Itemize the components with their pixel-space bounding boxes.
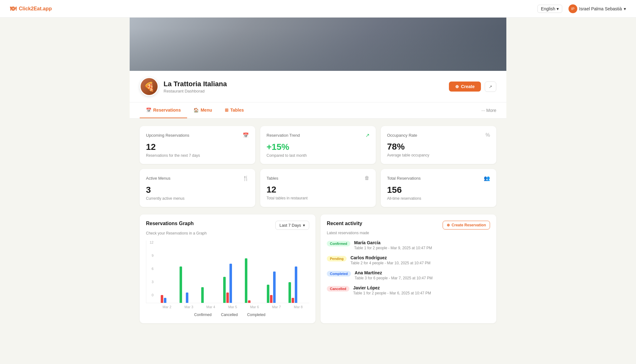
y-axis: 12 9 6 3 0 — [146, 240, 155, 297]
x-label-mar5: Mar 5 — [222, 305, 244, 309]
activity-info: Javier López Table 1 for 2 people - Mar … — [353, 285, 490, 295]
activity-header: Recent activity ⊕ Create Reservation — [327, 221, 490, 229]
chevron-down-icon: ▾ — [557, 6, 559, 11]
create-reservation-button[interactable]: ⊕ Create Reservation — [443, 221, 490, 229]
bar-group-mar3 — [178, 266, 200, 303]
navbar-right: English ▾ IP Israel Palma Sebastià ▾ — [537, 4, 626, 13]
stat-card-upcoming: Upcoming Reservations 📅 12 Reservations … — [140, 126, 255, 164]
more-label: More — [486, 108, 496, 113]
stat-desc-tables: Total tables in restaurant — [267, 196, 369, 200]
x-label-mar6: Mar 6 — [244, 305, 266, 309]
bar-chart: 12 9 6 3 0 — [146, 240, 309, 317]
create-button[interactable]: ⊕ Create — [449, 82, 481, 92]
activity-item: Cancelled Javier López Table 1 for 2 peo… — [327, 285, 490, 295]
bar-confirmed — [201, 287, 204, 303]
legend-label-confirmed: Confirmed — [194, 313, 212, 317]
status-badge: Completed — [327, 271, 351, 277]
brand-logo[interactable]: 🍽 Click2Eat.app — [10, 5, 52, 12]
tab-tables-label: Tables — [230, 108, 244, 113]
legend-completed: Completed — [243, 313, 265, 317]
user-menu[interactable]: IP Israel Palma Sebastià ▾ — [569, 4, 626, 13]
bar-group-mar6 — [244, 258, 266, 303]
legend-cancelled: Cancelled — [217, 313, 238, 317]
avatar: IP — [569, 4, 577, 13]
restaurant-logo: 🍕 — [140, 77, 159, 96]
activity-name: Ana Martínez — [355, 270, 490, 275]
stat-card-trend: Reservation Trend ↗ +15% Compared to las… — [260, 126, 376, 164]
stat-value-trend: +15% — [267, 142, 369, 152]
create-reservation-label: Create Reservation — [452, 223, 486, 227]
more-dots-icon: ··· — [481, 108, 485, 113]
stat-label-tables: Tables — [267, 176, 278, 181]
activity-detail: Table 1 for 2 people - Mar 6, 2025 at 10… — [353, 291, 490, 295]
stat-label-menus: Active Menus — [146, 176, 170, 181]
stat-card-tables: Tables 🗑 12 Total tables in restaurant — [260, 169, 376, 207]
period-selector[interactable]: Last 7 Days ▾ — [275, 221, 309, 230]
stat-desc-occupancy: Average table occupancy — [387, 153, 490, 157]
external-link-icon: ↗ — [489, 84, 492, 89]
bar-completed — [186, 293, 188, 303]
lang-label: English — [541, 6, 555, 11]
activity-subtitle: Latest reservations made — [327, 231, 490, 235]
bar-cancelled — [270, 295, 272, 303]
bar-confirmed — [180, 266, 182, 303]
tab-menu[interactable]: 🏠 Menu — [187, 103, 218, 118]
x-label-mar2: Mar 2 — [156, 305, 178, 309]
tab-tables[interactable]: ⊞ Tables — [218, 103, 250, 118]
restaurant-subtitle: Restaurant Dashborad — [164, 89, 227, 93]
activity-list: Confirmed María García Table 1 for 2 peo… — [327, 240, 490, 295]
activity-detail: Table 3 for 6 people - Mar 7, 2025 at 10… — [355, 276, 490, 280]
x-label-mar4: Mar 4 — [200, 305, 222, 309]
stat-label-upcoming: Upcoming Reservations — [146, 133, 189, 138]
more-menu[interactable]: ··· More — [481, 103, 496, 118]
external-link-button[interactable]: ↗ — [485, 82, 496, 92]
y-label-9: 9 — [152, 254, 154, 257]
stat-card-occupancy: Occupancy Rate % 78% Average table occup… — [381, 126, 496, 164]
language-selector[interactable]: English ▾ — [537, 5, 562, 13]
legend-dot-completed — [243, 313, 246, 316]
legend-confirmed: Confirmed — [190, 313, 212, 317]
trend-up-icon: ↗ — [365, 132, 369, 138]
bar-group-mar2 — [156, 295, 178, 303]
activity-item: Pending Carlos Rodríguez Table 2 for 4 p… — [327, 255, 490, 265]
stat-card-header: Occupancy Rate % — [387, 132, 490, 138]
navbar: 🍽 Click2Eat.app English ▾ IP Israel Palm… — [0, 0, 636, 18]
stat-value-occupancy: 78% — [387, 142, 490, 152]
bar-group-mar4 — [200, 287, 222, 303]
stat-card-total: Total Reservations 👥 156 All-time reserv… — [381, 169, 496, 207]
activity-name: Javier López — [353, 285, 490, 290]
graph-card: Reservations Graph Last 7 Days ▾ Check y… — [140, 214, 315, 323]
restaurant-header: 🍕 La Trattoria Italiana Restaurant Dashb… — [130, 71, 506, 103]
bar-cancelled — [248, 300, 251, 303]
status-badge: Pending — [327, 256, 347, 261]
stat-card-menus: Active Menus 🍴 3 Currently active menus — [140, 169, 255, 207]
x-label-mar3: Mar 3 — [178, 305, 200, 309]
bar-confirmed — [223, 277, 226, 303]
main-content: 🍕 La Trattoria Italiana Restaurant Dashb… — [130, 18, 506, 333]
stat-card-header: Tables 🗑 — [267, 175, 369, 181]
stat-card-header: Active Menus 🍴 — [146, 175, 249, 181]
tab-menu-label: Menu — [201, 108, 212, 113]
activity-detail: Table 2 for 4 people - Mar 10, 2025 at 1… — [350, 261, 490, 265]
graph-header: Reservations Graph Last 7 Days ▾ — [146, 221, 309, 230]
stats-grid: Upcoming Reservations 📅 12 Reservations … — [140, 126, 496, 207]
legend-dot-confirmed — [190, 313, 193, 316]
legend-label-cancelled: Cancelled — [221, 313, 238, 317]
activity-card: Recent activity ⊕ Create Reservation Lat… — [321, 214, 496, 323]
bar-cancelled — [292, 298, 294, 303]
stat-desc-upcoming: Reservations for the next 7 days — [146, 153, 249, 158]
stat-value-tables: 12 — [267, 185, 369, 195]
stats-section: Upcoming Reservations 📅 12 Reservations … — [130, 119, 506, 207]
bar-completed — [295, 266, 297, 303]
activity-info: María García Table 1 for 2 people - Mar … — [354, 240, 490, 250]
bar-group-mar7 — [266, 272, 288, 303]
menu-icon: 🍴 — [243, 175, 249, 181]
brand-name: Click2Eat.app — [19, 6, 52, 12]
stat-card-header: Total Reservations 👥 — [387, 175, 490, 181]
banner-buildings — [130, 18, 506, 71]
bar-completed — [229, 264, 232, 303]
restaurant-actions: ⊕ Create ↗ — [449, 82, 496, 92]
nav-tabs-left: 📅 Reservations 🏠 Menu ⊞ Tables — [140, 103, 250, 118]
tab-reservations[interactable]: 📅 Reservations — [140, 103, 187, 118]
bar-confirmed — [267, 285, 269, 303]
